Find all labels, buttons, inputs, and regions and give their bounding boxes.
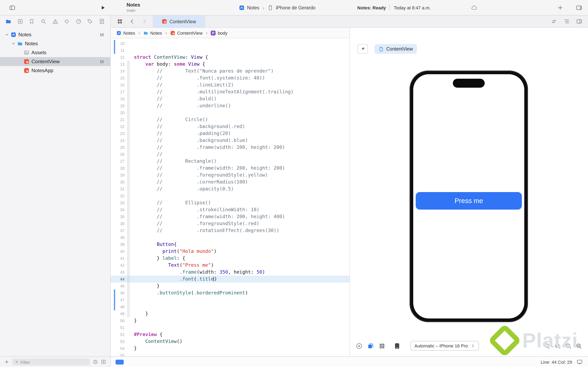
project-navigator-icon[interactable] [5,18,11,24]
code-line-16[interactable]: 16 // .lineLimit(2) [111,82,350,89]
line-number[interactable]: 50 [115,317,126,324]
fold-ribbon[interactable] [127,151,130,158]
line-number[interactable]: 14 [115,68,126,75]
code-text[interactable]: .frame(width: 350, height: 50) [130,269,265,276]
code-text[interactable]: // Circle() [130,116,208,123]
line-number[interactable]: 37 [115,227,126,234]
code-line-27[interactable]: 27 // Rectangle() [111,158,350,165]
code-text[interactable]: .font(.title) [130,276,217,283]
fold-ribbon[interactable] [127,130,130,137]
code-text[interactable]: Button{ [130,241,177,248]
code-line-46[interactable]: 46 .buttonStyle(.borderedProminent) [111,290,350,296]
line-number[interactable]: 47 [115,296,126,303]
tests-navigator-icon[interactable] [64,18,70,24]
fold-ribbon[interactable] [127,137,130,144]
sidebar-item-notes-project[interactable]: Notes M [0,30,110,39]
sidebar-item-notes-group[interactable]: Notes [0,39,110,48]
recent-files-filter-button[interactable] [93,359,98,365]
fold-ribbon[interactable] [127,331,130,338]
fold-ribbon[interactable] [127,102,130,109]
line-number[interactable]: 30 [115,179,126,185]
breadcrumb-symbol[interactable]: body [218,30,227,35]
code-text[interactable]: .buttonStyle(.borderedProminent) [130,290,248,296]
line-number[interactable]: 25 [115,144,126,151]
code-line-24[interactable]: 24 // .background(.blue) [111,137,350,144]
fold-ribbon[interactable] [127,255,130,262]
toggle-navigator-button[interactable] [7,3,18,13]
line-number[interactable]: 43 [115,269,126,276]
code-line-52[interactable]: 52#Preview { [111,331,350,338]
code-line-28[interactable]: 28 // .frame(width: 200, height: 200) [111,165,350,172]
code-text[interactable] [130,192,134,200]
code-line-51[interactable]: 51 [111,324,350,331]
code-line-15[interactable]: 15 // .font(.system(size: 40)) [111,75,350,82]
line-number[interactable]: 49 [115,310,126,317]
code-line-48[interactable]: 48 [111,303,350,310]
code-line-17[interactable]: 17 // .multilineTextAlignment(.trailing) [111,89,350,95]
fold-ribbon[interactable] [127,68,130,75]
fold-ribbon[interactable] [127,276,130,283]
code-line-33[interactable]: 33 // Ellipse() [111,200,350,206]
code-line-38[interactable]: 38 [111,234,350,241]
fold-ribbon[interactable] [127,165,130,172]
code-line-37[interactable]: 37 // .rotationEffect(.degrees(30)) [111,227,350,234]
press-me-button[interactable]: Press me [416,192,522,210]
code-text[interactable]: // .foregroundStyle(.yellow) [130,172,268,179]
code-line-54[interactable]: 54} [111,345,350,352]
fold-ribbon[interactable] [127,324,130,331]
fold-ribbon[interactable] [127,213,130,220]
code-text[interactable] [130,352,134,356]
code-text[interactable]: // .cornerRadius(100) [130,179,248,185]
sidebar-item-assets[interactable]: Assets [0,48,110,57]
code-text[interactable]: // .opacity(0.5) [130,185,234,192]
code-text[interactable]: // .frame(width: 200, height: 200) [130,144,285,151]
fold-ribbon[interactable] [127,61,130,68]
code-text[interactable]: } label: { [130,255,185,262]
code-line-10[interactable]: 10 [111,40,350,47]
line-number[interactable]: 42 [115,262,126,269]
line-number[interactable]: 32 [115,192,126,200]
line-number[interactable]: 48 [115,303,126,310]
code-line-41[interactable]: 41 } label: { [111,255,350,262]
line-number[interactable]: 40 [115,248,126,255]
preview-tab[interactable]: ContentView [374,44,417,54]
line-number[interactable]: 44 [115,276,126,283]
source-control-navigator-icon[interactable] [17,18,23,24]
breadcrumb-file[interactable]: ContentView [177,30,203,35]
code-line-13[interactable]: 13 var body: some View { [111,61,350,68]
code-line-36[interactable]: 36 // .foregroundStyle(.red) [111,220,350,227]
code-text[interactable]: #Preview { [130,331,163,338]
line-number[interactable]: 45 [115,283,126,290]
breadcrumb-project[interactable]: Notes [123,30,135,35]
line-number[interactable]: 46 [115,290,126,296]
device-appearance-button[interactable] [393,342,401,350]
variants-button[interactable] [367,342,374,349]
find-navigator-icon[interactable] [40,18,47,24]
code-line-30[interactable]: 30 // .cornerRadius(100) [111,179,350,185]
code-text[interactable]: ContentView() [130,338,182,345]
fold-ribbon[interactable] [127,172,130,179]
code-text[interactable]: // .rotationEffect(.degrees(30)) [130,227,279,234]
fold-ribbon[interactable] [127,220,130,227]
code-text[interactable]: // .frame(width: 200, height: 400) [130,213,285,220]
code-line-21[interactable]: 21 // Circle() [111,116,350,123]
code-review-icon[interactable] [551,18,557,25]
code-line-23[interactable]: 23 // .padding(20) [111,130,350,137]
fold-ribbon[interactable] [127,158,130,165]
code-line-39[interactable]: 39 Button{ [111,241,350,248]
fold-ribbon[interactable] [127,179,130,185]
code-line-44[interactable]: 44 .font(.title) [111,276,350,283]
fold-ribbon[interactable] [127,234,130,241]
code-text[interactable] [130,40,134,47]
code-text[interactable]: struct ContentView: View { [130,54,208,61]
code-line-26[interactable]: 26 // [111,151,350,158]
fold-ribbon[interactable] [127,303,130,310]
fold-ribbon[interactable] [127,241,130,248]
related-items-icon[interactable] [117,18,123,25]
line-number[interactable]: 36 [115,220,126,227]
code-line-18[interactable]: 18 // .bold() [111,95,350,102]
line-number[interactable]: 22 [115,123,126,130]
code-text[interactable] [130,303,134,310]
code-line-45[interactable]: 45 } [111,283,350,290]
code-text[interactable]: // .stroke(lineWidth: 10) [130,206,259,213]
